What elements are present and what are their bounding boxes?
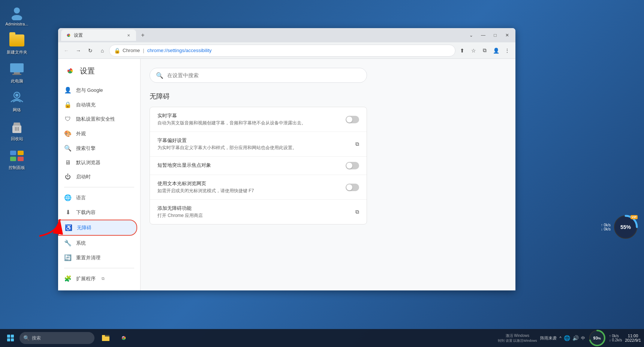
nav-item-reset[interactable]: 🔄 重置并清理 xyxy=(58,250,137,265)
menu-button[interactable]: ⋮ xyxy=(502,45,512,56)
nav-item-search[interactable]: 🔍 搜索引擎 xyxy=(58,141,137,156)
nav-icon-reset: 🔄 xyxy=(64,254,72,261)
tray-ime[interactable]: 中 xyxy=(581,335,585,341)
chrome-logo xyxy=(64,65,76,77)
desktop-icon-control[interactable]: 控制面板 xyxy=(4,147,30,172)
nav-label-about: 关于 Chrome xyxy=(76,290,105,291)
bookmark-button[interactable]: ☆ xyxy=(468,45,479,56)
nav-icon-accessibility: ♿ xyxy=(65,224,72,231)
text-cursor-desc: 如需开启或关闭光标浏览模式，请使用快捷键 F7 xyxy=(157,188,341,194)
vip-speeds: ↑ 0k/s ↓ 0k/s xyxy=(601,223,611,231)
nav-icon-extensions: 🧩 xyxy=(64,275,72,282)
vip-circle-container[interactable]: 55% VIP xyxy=(613,214,638,240)
home-button[interactable]: ⌂ xyxy=(97,45,108,56)
row-caption-prefs: 字幕偏好设置 为实时字幕自定义字幕大小和样式，部分应用和网站也会使用此设置。 ⧉ xyxy=(150,132,367,157)
caption-prefs-external-icon[interactable]: ⧉ xyxy=(355,141,359,147)
cpu-circle: 93% xyxy=(588,329,606,347)
tray-volume[interactable]: 🔊 xyxy=(572,335,579,341)
nav-icon-startup: ⏻ xyxy=(64,174,72,180)
tab-close-button[interactable]: ✕ xyxy=(126,32,132,38)
nav-item-appearance[interactable]: 🎨 外观 xyxy=(58,126,137,141)
activation-line1: 激活 Windows xyxy=(498,333,537,338)
search-icon: 🔍 xyxy=(156,72,163,79)
captions-toggle[interactable] xyxy=(346,116,359,123)
address-url: chrome://settings/accessibility xyxy=(147,48,212,53)
new-tab-button[interactable]: + xyxy=(138,30,148,40)
nav-label-startup: 启动时 xyxy=(76,174,91,180)
nav-icon-autofill: 🔒 xyxy=(64,101,72,108)
nav-item-downloads[interactable]: ⬇ 下载内容 xyxy=(58,205,137,220)
svg-point-6 xyxy=(15,94,18,97)
taskbar-app-chrome[interactable] xyxy=(115,331,132,346)
nav-icon-about: ℹ xyxy=(64,290,72,290)
nav-item-about[interactable]: ℹ 关于 Chrome xyxy=(58,286,137,290)
taskbar: 🔍 搜索 xyxy=(0,329,644,347)
pc-label: 此电脑 xyxy=(11,78,23,84)
taskbar-search[interactable]: 🔍 搜索 xyxy=(19,332,94,344)
captions-desc: 自动为英文版音频和视频创建字幕，音频和字幕绝不会从设备中泄露出去。 xyxy=(157,120,341,126)
row-caption-prefs-text: 字幕偏好设置 为实时字幕自定义字幕大小和样式，部分应用和网站也会使用此设置。 xyxy=(157,137,351,151)
nav-label-privacy: 隐私设置和安全性 xyxy=(76,116,115,123)
collapse-button[interactable]: ⌄ xyxy=(466,31,476,39)
address-bar[interactable]: 🔒 Chrome | chrome://settings/accessibili… xyxy=(109,45,455,57)
tray-icons: ^ 🌐 🔊 中 xyxy=(560,335,585,341)
maximize-button[interactable]: □ xyxy=(490,31,500,39)
weather-info: 阵雨来袭 xyxy=(540,335,557,341)
profile-button[interactable]: 👤 xyxy=(491,45,501,56)
tray-network[interactable]: 🌐 xyxy=(564,335,570,341)
settings-search-bar[interactable]: 🔍 xyxy=(150,68,367,83)
nav-item-google[interactable]: 👤 您与 Google xyxy=(58,83,137,97)
svg-rect-2 xyxy=(10,63,24,72)
desktop-icon-folder[interactable]: 新建文件夹 xyxy=(4,31,30,57)
nav-label-accessibility: 无障碍 xyxy=(77,224,91,231)
nav-item-autofill[interactable]: 🔒 自动填充 xyxy=(58,97,137,112)
text-cursor-title: 使用文本光标浏览网页 xyxy=(157,180,341,187)
desktop: Administra... 新建文件夹 此电脑 xyxy=(0,0,644,347)
text-cursor-toggle[interactable] xyxy=(346,184,359,191)
minimize-button[interactable]: — xyxy=(478,31,488,39)
security-icon: 🔒 xyxy=(114,48,120,54)
nav-icon-default: 🖥 xyxy=(64,159,72,166)
browser-content: 设置 👤 您与 Google 🔒 自动填充 🛡 隐私设置和安全性 🎨 xyxy=(58,59,515,290)
row-highlight-focus: 短暂地突出显示焦点对象 xyxy=(150,157,367,175)
nav-label-appearance: 外观 xyxy=(76,130,86,137)
nav-item-privacy[interactable]: 🛡 隐私设置和安全性 xyxy=(58,112,137,126)
back-button[interactable]: ← xyxy=(61,45,72,56)
share-button[interactable]: ⬆ xyxy=(457,45,467,56)
taskbar-tray: 激活 Windows 转到 设置 以激活Windows 阵雨来袭 ^ 🌐 🔊 中 xyxy=(498,329,641,347)
desktop-icon-network[interactable]: 网络 xyxy=(4,89,30,114)
nav-icon-language: 🌐 xyxy=(64,194,72,201)
refresh-button[interactable]: ↻ xyxy=(85,45,96,56)
nav-item-extensions[interactable]: 🧩 扩展程序 ⧉ xyxy=(58,271,137,286)
desktop-icon-admin[interactable]: Administra... xyxy=(4,4,30,28)
tray-caret[interactable]: ^ xyxy=(560,336,562,340)
nav-item-default-browser[interactable]: 🖥 默认浏览器 xyxy=(58,156,137,170)
nav-item-startup[interactable]: ⏻ 启动时 xyxy=(58,170,137,184)
nav-item-language[interactable]: 🌐 语言 xyxy=(58,190,137,205)
row-text-cursor: 使用文本光标浏览网页 如需开启或关闭光标浏览模式，请使用快捷键 F7 xyxy=(150,175,367,200)
search-input[interactable] xyxy=(167,72,361,78)
split-button[interactable]: ⧉ xyxy=(479,45,490,56)
nav-icon-privacy: 🛡 xyxy=(64,116,72,123)
nav-item-system[interactable]: 🔧 系统 xyxy=(58,236,137,250)
row-captions: 实时字幕 自动为英文版音频和视频创建字幕，音频和字幕绝不会从设备中泄露出去。 xyxy=(150,107,367,132)
nav-icon-downloads: ⬇ xyxy=(64,209,72,216)
nav-label-google: 您与 Google xyxy=(76,87,103,94)
desktop-icon-recycle[interactable]: 回收站 xyxy=(4,118,30,143)
forward-button[interactable]: → xyxy=(73,45,84,56)
nav-item-accessibility[interactable]: ♿ 无障碍 xyxy=(58,220,137,236)
browser-tab[interactable]: 设置 ✕ xyxy=(61,30,136,41)
taskbar-datetime[interactable]: 11:00 2022/9/1 xyxy=(625,334,641,343)
taskbar-app-explorer[interactable] xyxy=(97,331,114,346)
start-button[interactable] xyxy=(3,331,18,346)
close-button[interactable]: ✕ xyxy=(502,31,512,39)
row-captions-text: 实时字幕 自动为英文版音频和视频创建字幕，音频和字幕绝不会从设备中泄露出去。 xyxy=(157,112,341,126)
svg-point-0 xyxy=(14,7,20,13)
svg-rect-8 xyxy=(10,151,16,155)
browser-window: 设置 ✕ + ⌄ — □ ✕ ← → ↻ ⌂ 🔒 Chrome | chrome… xyxy=(58,28,515,290)
add-feature-external-icon[interactable]: ⧉ xyxy=(355,209,359,215)
address-separator: | xyxy=(143,48,144,53)
highlight-focus-toggle[interactable] xyxy=(346,162,359,169)
desktop-icon-pc[interactable]: 此电脑 xyxy=(4,60,30,85)
browser-titlebar: 设置 ✕ + ⌄ — □ ✕ xyxy=(58,28,515,42)
